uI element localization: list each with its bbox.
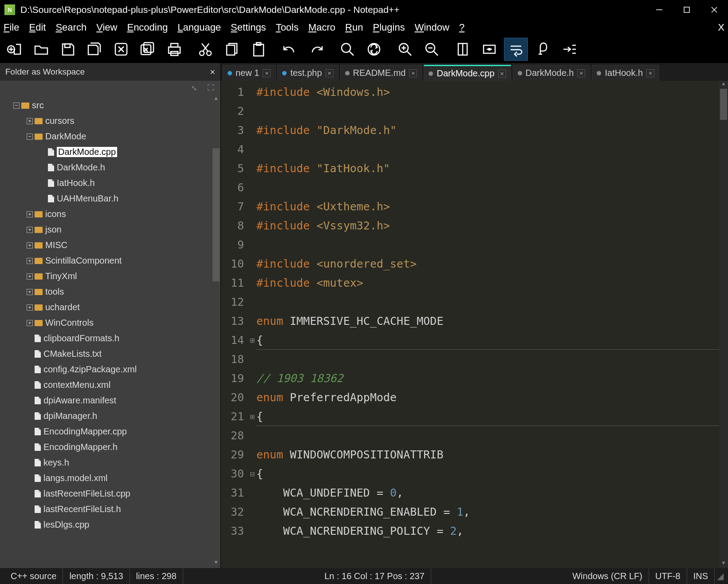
replace-button[interactable] <box>362 38 386 61</box>
open-file-button[interactable] <box>29 38 53 61</box>
menu-tools[interactable]: Tools <box>276 22 299 33</box>
redo-button[interactable] <box>304 38 328 61</box>
collapse-all-icon[interactable]: ⤡ <box>189 83 198 92</box>
tree-label: config.4zipPackage.xml <box>43 364 137 375</box>
tab-close-icon[interactable]: × <box>577 69 585 77</box>
fold-expand-icon[interactable]: ⊞ <box>248 407 256 426</box>
tree-folder[interactable]: +json <box>0 222 220 237</box>
collapse-icon[interactable]: − <box>27 134 33 140</box>
tree-folder[interactable]: +uchardet <box>0 300 220 315</box>
copy-button[interactable] <box>220 38 244 61</box>
tree-file[interactable]: lastRecentFileList.h <box>0 501 220 517</box>
tree-file[interactable]: lesDlgs.cpp <box>0 517 220 533</box>
tree-file[interactable]: DarkMode.h <box>0 160 220 175</box>
tree-file[interactable]: IatHook.h <box>0 175 220 191</box>
find-button[interactable] <box>335 38 359 61</box>
tree-folder[interactable]: +ScintillaComponent <box>0 253 220 268</box>
tree-folder[interactable]: +MISC <box>0 237 220 253</box>
zoom-out-button[interactable] <box>420 38 444 61</box>
fold-collapse-icon[interactable]: ⊟ <box>248 464 256 483</box>
new-file-button[interactable] <box>3 38 27 61</box>
code-editor[interactable]: #include <Windows.h>#include "DarkMode.h… <box>256 81 719 568</box>
tab-readme-md[interactable]: README.md× <box>340 65 422 81</box>
tree-file[interactable]: EncodingMapper.h <box>0 439 220 455</box>
paste-button[interactable] <box>247 38 271 61</box>
tree-folder[interactable]: −src <box>0 98 220 113</box>
undo-button[interactable] <box>278 38 302 61</box>
expand-icon[interactable]: + <box>27 304 33 311</box>
menu-close-icon[interactable]: X <box>718 22 724 33</box>
tree-folder[interactable]: +icons <box>0 206 220 222</box>
expand-icon[interactable]: + <box>27 320 33 326</box>
collapse-icon[interactable]: − <box>13 103 20 109</box>
tab-iathook-h[interactable]: IatHook.h× <box>592 65 659 81</box>
fold-expand-icon[interactable]: ⊞ <box>248 331 256 350</box>
expand-all-icon[interactable]: ⛶ <box>206 83 215 92</box>
tree-file[interactable]: langs.model.xml <box>0 470 220 486</box>
expand-icon[interactable]: + <box>27 273 33 280</box>
menu-run[interactable]: Run <box>345 22 363 33</box>
expand-icon[interactable]: + <box>27 211 33 217</box>
menu-macro[interactable]: Macro <box>308 22 335 33</box>
menu-help[interactable]: ? <box>459 22 464 33</box>
sync-vscroll-button[interactable] <box>451 38 475 61</box>
tab-test-php[interactable]: test.php× <box>277 65 338 81</box>
tree-file[interactable]: CMakeLists.txt <box>0 346 220 362</box>
tab-darkmode-h[interactable]: DarkMode.h× <box>513 65 590 81</box>
tree-folder[interactable]: −DarkMode <box>0 129 220 144</box>
menu-search[interactable]: Search <box>55 22 87 33</box>
menu-encoding[interactable]: Encoding <box>127 22 168 33</box>
expand-icon[interactable]: + <box>27 242 33 249</box>
tab-close-icon[interactable]: × <box>263 69 271 77</box>
tree-folder[interactable]: +WinControls <box>0 315 220 331</box>
tree-file[interactable]: EncodingMapper.cpp <box>0 424 220 439</box>
tab-close-icon[interactable]: × <box>498 70 506 78</box>
menu-plugins[interactable]: Plugins <box>373 22 405 33</box>
close-all-button[interactable] <box>136 38 160 61</box>
tab-close-icon[interactable]: × <box>326 69 334 77</box>
tree-file[interactable]: clipboardFormats.h <box>0 331 220 346</box>
expand-icon[interactable]: + <box>27 258 33 264</box>
close-button[interactable] <box>700 0 728 20</box>
menu-settings[interactable]: Settings <box>231 22 266 33</box>
tree-file[interactable]: dpiManager.h <box>0 408 220 424</box>
resize-grip[interactable]: ◢ <box>715 571 724 581</box>
tree-file[interactable]: UAHMenuBar.h <box>0 191 220 206</box>
menu-language[interactable]: Language <box>177 22 221 33</box>
tree-folder[interactable]: +TinyXml <box>0 268 220 284</box>
tab-new-1[interactable]: new 1× <box>223 65 275 81</box>
menu-window[interactable]: Window <box>415 22 449 33</box>
show-all-chars-button[interactable] <box>531 38 555 61</box>
tab-close-icon[interactable]: × <box>646 69 654 77</box>
cut-button[interactable] <box>193 38 217 61</box>
tree-file[interactable]: keys.h <box>0 455 220 470</box>
maximize-button[interactable] <box>673 0 700 20</box>
print-button[interactable] <box>162 38 186 61</box>
tree-file[interactable]: dpiAware.manifest <box>0 393 220 408</box>
save-button[interactable] <box>56 38 80 61</box>
minimize-button[interactable] <box>645 0 673 20</box>
tree-folder[interactable]: +cursors <box>0 113 220 129</box>
tree-file[interactable]: lastRecentFileList.cpp <box>0 486 220 501</box>
menu-view[interactable]: View <box>96 22 117 33</box>
menu-file[interactable]: File <box>4 22 19 33</box>
tree-file[interactable]: config.4zipPackage.xml <box>0 362 220 377</box>
expand-icon[interactable]: + <box>27 289 33 295</box>
indent-guide-button[interactable] <box>557 38 581 61</box>
tree-scrollbar[interactable]: ▲ ▼ <box>212 95 220 568</box>
tree-file[interactable]: DarkMode.cpp <box>0 144 220 160</box>
word-wrap-button[interactable] <box>504 38 528 61</box>
expand-icon[interactable]: + <box>27 118 33 124</box>
zoom-in-button[interactable] <box>393 38 417 61</box>
tab-darkmode-cpp[interactable]: DarkMode.cpp× <box>424 65 511 81</box>
tab-close-icon[interactable]: × <box>409 69 417 77</box>
save-all-button[interactable] <box>83 38 106 61</box>
close-file-button[interactable] <box>109 38 133 61</box>
menu-edit[interactable]: Edit <box>29 22 46 33</box>
editor-scrollbar[interactable]: ▲▼ <box>719 81 728 568</box>
expand-icon[interactable]: + <box>27 227 33 233</box>
sync-hscroll-button[interactable] <box>477 38 501 61</box>
tree-folder[interactable]: +tools <box>0 284 220 300</box>
tree-file[interactable]: contextMenu.xml <box>0 377 220 393</box>
panel-close-icon[interactable]: × <box>210 67 215 77</box>
